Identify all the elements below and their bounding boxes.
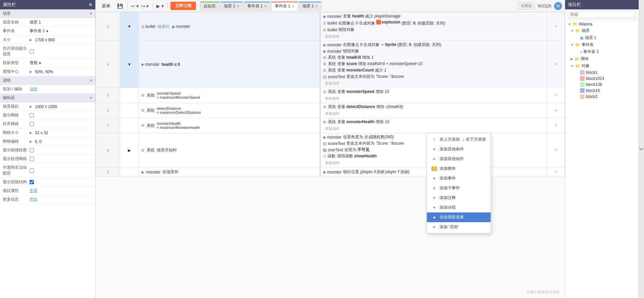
context-menu-item-add-event[interactable]: + 添加事件 <box>427 173 491 183</box>
show-grid-checkbox[interactable] <box>30 113 34 117</box>
add-right-6[interactable]: + <box>547 103 565 118</box>
context-menu-item-add-group[interactable]: + 添加分组 <box>427 203 491 212</box>
tab-scene-1-2[interactable]: 场景 1 ✕ <box>299 2 321 10</box>
immediate-subscribe-button[interactable]: 立即订阅 <box>170 2 196 10</box>
context-menu-item-add-sub-event[interactable]: + 添加子事件 <box>427 183 491 193</box>
more-info-value[interactable]: 帮助 <box>30 197 93 202</box>
filter-section-expand[interactable]: ▼ <box>89 79 93 82</box>
context-menu-item-add-script[interactable]: JS 添加脚本 <box>427 164 491 173</box>
row-expand-6[interactable] <box>120 103 139 118</box>
add-action-btn-4[interactable]: 添加动作 <box>323 80 545 87</box>
project-props-value[interactable]: 查看 <box>30 188 93 194</box>
row-expand-8[interactable]: ▶ <box>120 133 139 167</box>
semi-inactive-checkbox[interactable] <box>30 168 34 173</box>
add-right-7[interactable]: + <box>547 118 565 133</box>
close-icon[interactable]: ✕ <box>89 2 93 7</box>
tree-node-block1024[interactable]: block1024 <box>565 76 639 82</box>
add-right-3[interactable]: + <box>547 12 565 41</box>
collision-outline-checkbox[interactable] <box>30 148 34 152</box>
add-action-btn-6[interactable]: 添加动作 <box>323 110 545 117</box>
scroll-overflow-value[interactable] <box>30 49 93 54</box>
collision-outline-value[interactable] <box>30 148 93 152</box>
action-entity-4-3: 系统 <box>328 55 336 60</box>
filter-link[interactable]: 滤镜 <box>30 86 38 92</box>
add-action-btn-5[interactable]: 添加动作 <box>323 95 545 102</box>
tab-event1-close-icon[interactable]: ✕ <box>264 4 267 8</box>
distance-arrow-icon[interactable]: ▶ <box>30 105 32 108</box>
action-entity-2: bullet <box>328 21 337 26</box>
folder-objects-icon: 📁 <box>575 64 580 68</box>
context-menu-item-add-other-condition[interactable]: + 添加其他条件 <box>427 144 491 154</box>
texture-grid-checkbox[interactable] <box>30 157 34 161</box>
add-right-4[interactable]: + <box>547 41 565 88</box>
side-collapse-handle[interactable]: ❯ <box>639 0 644 298</box>
context-menu-item-add-above[interactable]: ↑ 在上方添加 ↓ 在下方添加 <box>427 135 491 144</box>
show-hierarchy-checkbox[interactable] <box>30 180 34 184</box>
help-link[interactable]: 帮助 <box>30 197 38 202</box>
perspective-center-label: 透视中心 <box>3 69 30 74</box>
add-action-btn-3[interactable]: 添加动作 <box>323 33 545 40</box>
tree-node-objects-folder[interactable]: ▼ 📁 对象 <box>565 62 639 69</box>
scroll-overflow-checkbox[interactable] <box>30 49 34 54</box>
tree-node-script-folder[interactable]: ▶ 📁 脚本 <box>565 55 639 62</box>
tab-scene1-2-close-icon[interactable]: ✕ <box>315 4 318 8</box>
undo-button[interactable]: ↩ ▾ <box>130 1 140 11</box>
tree-node-scene-folder[interactable]: ▼ 📁 场景 <box>565 27 639 34</box>
tree-node-block16[interactable]: block16 <box>565 88 639 94</box>
add-action-btn-7[interactable]: 添加动作 <box>323 126 545 132</box>
add-right-5[interactable]: + <box>547 88 565 103</box>
menu-item-label[interactable]: 菜单 <box>98 2 114 10</box>
play-button[interactable]: ▶ ▾ <box>155 1 165 11</box>
tab-start-page[interactable]: 起始页 <box>200 2 219 10</box>
tree-node-scene1[interactable]: ▣ 场景 1 <box>565 34 639 41</box>
tree-node-iwanna[interactable]: ▼ 📁 iWanna <box>565 21 639 27</box>
perspective-arrow-icon[interactable]: ▶ <box>30 70 32 73</box>
row-expand-7[interactable] <box>120 118 139 133</box>
row-expand-3[interactable]: ▼ <box>120 12 139 41</box>
add-right-9[interactable]: + <box>547 167 565 177</box>
tree-scene-folder-label: 场景 <box>582 28 590 34</box>
align-grid-value[interactable] <box>30 122 93 126</box>
projection-dropdown-icon[interactable]: ▾ <box>39 61 41 65</box>
search-input[interactable] <box>568 11 636 18</box>
size-arrow-icon[interactable]: ▶ <box>30 38 32 42</box>
tree-node-block128[interactable]: block128 <box>565 82 639 88</box>
row-expand-5[interactable] <box>120 88 139 103</box>
scene-section-expand[interactable]: ▼ <box>89 12 93 15</box>
context-menu-item-add-comment[interactable]: + 添加注释 <box>427 193 491 203</box>
align-grid-checkbox[interactable] <box>30 122 34 126</box>
grid-size-arrow-icon[interactable]: ▶ <box>30 131 32 135</box>
filter-add-value[interactable]: 滤镜 <box>30 86 93 92</box>
tab-event-table-1-active[interactable]: 事件表 1 ✕ <box>271 2 298 10</box>
row-expand-4[interactable]: ▼ <box>120 41 139 88</box>
show-grid-value[interactable] <box>30 113 93 117</box>
tree-node-eventtable-folder[interactable]: ▼ 📁 事件表 <box>565 41 639 48</box>
add-right-8[interactable]: + <box>547 133 565 167</box>
context-menu-item-add-other-action[interactable]: + 添加其他动作 <box>427 154 491 164</box>
tree-node-block1[interactable]: block1 <box>565 69 639 76</box>
context-menu-item-add-local-var[interactable]: ● 添加局部变量 <box>427 212 491 222</box>
row-expand-9[interactable] <box>120 167 139 177</box>
show-hierarchy-value[interactable] <box>30 180 93 184</box>
semi-inactive-value[interactable] <box>30 168 93 173</box>
tab-scene1-close-icon[interactable]: ✕ <box>237 4 239 8</box>
redo-button[interactable]: ↪ ▾ <box>140 1 150 11</box>
tab-event1-active-close-icon[interactable]: ✕ <box>292 4 294 8</box>
tab-scene-1[interactable]: 场景 1 ✕ <box>220 2 243 10</box>
tree-node-block2[interactable]: block2 <box>565 94 639 100</box>
username: McDj26 <box>538 4 551 8</box>
action-entity-8-2: scoreText <box>328 141 345 146</box>
tab-start-label: 起始页 <box>204 3 216 9</box>
action-line-3-2: ⊙ bullet 在图像点 0 生成对象 explosion (图层: 0, 创… <box>323 20 545 26</box>
editor-section-expand[interactable]: ▼ <box>89 96 93 100</box>
save-button[interactable]: 💾 <box>115 1 125 11</box>
event-table-dropdown-icon[interactable]: ▾ <box>46 29 48 34</box>
js-icon: JS <box>432 166 437 171</box>
tab-event-table-1[interactable]: 事件表 1 ✕ <box>244 2 270 10</box>
context-menu-item-add-else[interactable]: + 添加 '否则' <box>427 222 491 232</box>
texture-grid-value[interactable] <box>30 157 93 161</box>
user-avatar[interactable]: M <box>554 2 562 10</box>
grid-offset-arrow-icon[interactable]: ▶ <box>30 140 32 143</box>
tree-node-eventtable1[interactable]: ≡ 事件表 1 <box>565 48 639 55</box>
project-props-link[interactable]: 查看 <box>30 188 38 194</box>
